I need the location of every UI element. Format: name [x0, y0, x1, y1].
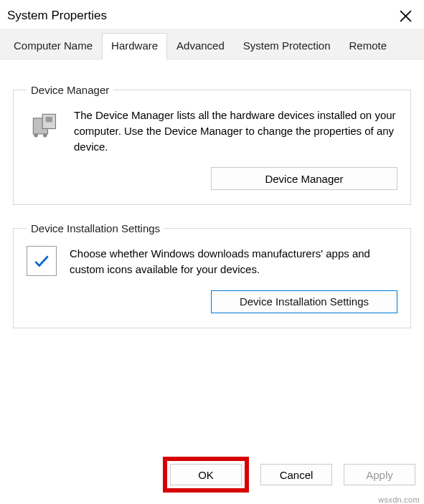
ok-button[interactable]: OK — [170, 464, 242, 485]
device-manager-icon — [27, 108, 61, 142]
device-installation-desc: Choose whether Windows downloads manufac… — [70, 246, 397, 277]
watermark: wsxdn.com — [378, 495, 420, 504]
close-icon — [400, 10, 412, 22]
device-installation-group: Device Installation Settings Choose whet… — [13, 222, 411, 328]
tab-hardware[interactable]: Hardware — [102, 33, 167, 60]
tab-computer-name[interactable]: Computer Name — [4, 33, 102, 59]
tab-system-protection[interactable]: System Protection — [234, 33, 340, 59]
tab-remote[interactable]: Remote — [340, 33, 397, 59]
device-manager-legend: Device Manager — [27, 84, 113, 96]
ok-highlight: OK — [163, 457, 249, 493]
device-installation-settings-button[interactable]: Device Installation Settings — [211, 290, 397, 313]
window-title: System Properties — [7, 9, 107, 23]
hardware-panel: Device Manager The Device Manager lists … — [0, 60, 424, 461]
svg-point-6 — [43, 133, 47, 138]
close-button[interactable] — [397, 7, 414, 24]
dialog-button-row: OK Cancel Apply — [160, 450, 418, 500]
checkmark-icon — [27, 246, 57, 276]
tab-strip: Computer Name Hardware Advanced System P… — [0, 29, 424, 60]
svg-rect-4 — [46, 117, 52, 122]
cancel-button[interactable]: Cancel — [260, 464, 332, 485]
device-manager-desc: The Device Manager lists all the hardwar… — [74, 108, 397, 154]
device-manager-button[interactable]: Device Manager — [211, 167, 397, 190]
apply-button[interactable]: Apply — [344, 464, 415, 485]
device-installation-legend: Device Installation Settings — [27, 222, 164, 234]
tab-advanced[interactable]: Advanced — [167, 33, 234, 59]
svg-point-5 — [34, 133, 38, 138]
device-manager-group: Device Manager The Device Manager lists … — [13, 84, 411, 205]
